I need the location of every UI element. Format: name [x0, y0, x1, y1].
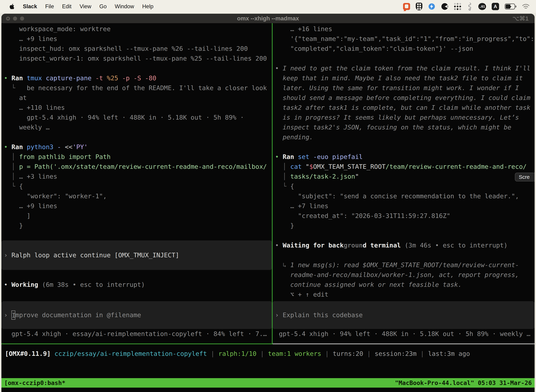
terminal-line: … +16 lines: [273, 24, 535, 34]
text-segment: … +16 lines: [275, 25, 332, 33]
text-segment: tasks/task-2.json: [290, 173, 355, 180]
menu-bar: Slack FileEditViewGoWindowHelp: [0, 0, 536, 13]
apple-menu-icon[interactable]: [9, 3, 15, 10]
text-segment: ›: [4, 252, 11, 259]
traffic-lights: [6, 14, 24, 23]
terminal-line: │ p = Path('.omx/state/team/review-curre…: [1, 162, 272, 172]
text-segment: Working: [11, 281, 42, 288]
menu-item-file[interactable]: File: [45, 3, 54, 10]
text-segment: later. Using the same for transition mig…: [275, 84, 519, 92]
terminal-window: omx --xhigh --madmax ⌥⌘1 workspace_mode:…: [1, 14, 535, 392]
text-segment: I need to get the claim token from the c…: [282, 65, 530, 72]
window-title: omx --xhigh --madmax: [237, 15, 299, 22]
input-source-icon[interactable]: A: [492, 3, 499, 10]
terminal-line: │ … +3 lines: [1, 172, 272, 182]
text-segment: -p: [122, 75, 134, 82]
blank-line: [1, 231, 272, 240]
zoom-button[interactable]: [20, 17, 24, 21]
text-segment: '{"team_name":"my-team","task_id":"1","f…: [275, 35, 534, 42]
terminal-line: › Explain this codebase: [273, 310, 363, 320]
text-segment: ›: [4, 311, 11, 319]
text-segment: gpt-5.4 xhigh · 94% left · 488K in · 5.1…: [4, 114, 244, 121]
text-segment: }: [4, 222, 23, 229]
title-bar[interactable]: omx --xhigh --madmax ⌥⌘1: [1, 14, 535, 23]
text-segment: ": [306, 163, 309, 170]
terminal-line: › Improve documentation in @filename: [1, 310, 141, 320]
text-segment: team:1 workers: [268, 350, 325, 357]
text-segment: ↳: [275, 261, 290, 269]
text-segment: python3: [27, 143, 57, 150]
terminal-line: │ cat "$OMX_TEAM_STATE_ROOT/team/review-…: [273, 162, 535, 172]
media-circle-icon[interactable]: [441, 3, 448, 10]
text-segment: session:23m: [375, 350, 420, 357]
terminal-line: • Waiting for background terminal (3m 46…: [273, 240, 535, 250]
text-segment: $: [309, 163, 313, 170]
terminal-line: │ from pathlib import Path: [1, 152, 272, 162]
ralph-loop-banner: › Ralph loop active continue [OMX_TMUX_I…: [1, 240, 272, 270]
text-segment: 1 new msg(s): read $OMX_TEAM_STATE_ROOT/…: [290, 261, 519, 269]
menu-item-window[interactable]: Window: [115, 3, 134, 10]
text-segment: │: [275, 173, 290, 180]
terminal-line: }: [1, 221, 272, 231]
text-segment: should send a message before completing …: [275, 94, 530, 101]
tmux-session-label: [omx-cczip0:bash*: [4, 379, 65, 386]
minimize-button[interactable]: [13, 17, 17, 21]
right-pane[interactable]: … +16 lines '{"team_name":"my-team","tas…: [273, 23, 535, 344]
battery-charging-icon[interactable]: [505, 4, 516, 9]
menu-item-view[interactable]: View: [80, 3, 91, 10]
text-segment: ⌥ + ↑ edit: [275, 291, 328, 298]
text-segment: Ran: [11, 75, 27, 82]
text-segment: "created_at": "2026-03-31T11:59:27.816Z": [275, 212, 450, 219]
text-segment: last:3m ago: [428, 350, 470, 357]
close-button[interactable]: [6, 17, 10, 21]
text-segment: ralph:1/10: [218, 350, 260, 357]
text-segment: inspect_hud: omx sparkshell --tmux-pane …: [4, 45, 248, 52]
text-segment: task2 after task1 is complete, but can I…: [275, 104, 530, 111]
text-segment: •: [4, 75, 11, 82]
text-segment: gpt-5.4 xhigh · 94% left · 488K in · 5.1…: [275, 330, 530, 337]
badge-61-icon[interactable]: ..61: [478, 3, 486, 10]
terminal-line: • Ran python3 - <<'PY': [1, 142, 272, 152]
bolt-badge-icon[interactable]: [428, 3, 436, 10]
text-segment: Ran: [282, 153, 298, 160]
terminal-line: inspect_hud: omx sparkshell --tmux-pane …: [1, 44, 272, 54]
menu-items: FileEditViewGoWindowHelp: [45, 3, 153, 10]
menu-item-help[interactable]: Help: [142, 3, 153, 10]
text-segment: ]: [4, 212, 31, 219]
terminal-line: … +110 lines: [1, 103, 272, 112]
text-segment: {: [290, 183, 294, 190]
terminal-line: … +9 lines: [1, 201, 272, 211]
text-segment: ›: [275, 311, 282, 319]
text-segment: 'PY': [72, 143, 88, 150]
text-segment: |: [367, 350, 375, 357]
text-segment: continue assigned work or next feasible …: [275, 281, 462, 288]
text-segment: |: [260, 350, 268, 357]
wifi-icon[interactable]: [522, 4, 530, 9]
text-segment: readme-and-reco/mailbox/worker-1.json, a…: [275, 271, 519, 278]
text-segment: inspect task2's JSON, focusing on the st…: [275, 124, 511, 131]
hook-app-icon[interactable]: [467, 2, 473, 10]
prompt-input[interactable]: › Explain this codebase: [273, 301, 535, 329]
text-segment: -S: [134, 75, 145, 82]
menu-item-go[interactable]: Go: [99, 3, 107, 10]
menu-item-edit[interactable]: Edit: [62, 3, 72, 10]
shield-app-icon[interactable]: [416, 3, 422, 10]
text-segment: •: [4, 143, 11, 150]
terminal-line: later. Using the same for transition mig…: [273, 83, 535, 93]
menu-status-icons: ..61 A: [403, 2, 530, 10]
prompt-input[interactable]: › Improve documentation in @filename: [1, 301, 272, 329]
text-segment: •: [275, 153, 282, 160]
dots-grid-icon[interactable]: [454, 3, 461, 10]
text-segment: inspect_worker-1: omx sparkshell --tmux-…: [4, 55, 267, 62]
left-pane[interactable]: workspace_mode: worktree … +9 lines insp…: [1, 23, 272, 344]
chat-app-icon[interactable]: [403, 3, 410, 10]
blank-line: [1, 289, 272, 299]
terminal-line: ⌥ + ↑ edit: [273, 289, 535, 299]
text-segment: {: [19, 183, 23, 190]
text-segment: … +7 lines: [275, 202, 328, 210]
omx-status-bar: [OMX#0.11.9] cczip/essay/ai-reimplementa…: [1, 344, 535, 378]
text-segment: is in progress? It seems likely but perh…: [275, 114, 519, 121]
app-menu-slack[interactable]: Slack: [23, 3, 37, 10]
terminal-line: '{"team_name":"my-team","task_id":"1","f…: [273, 34, 535, 44]
text-segment: weekly …: [4, 124, 50, 131]
